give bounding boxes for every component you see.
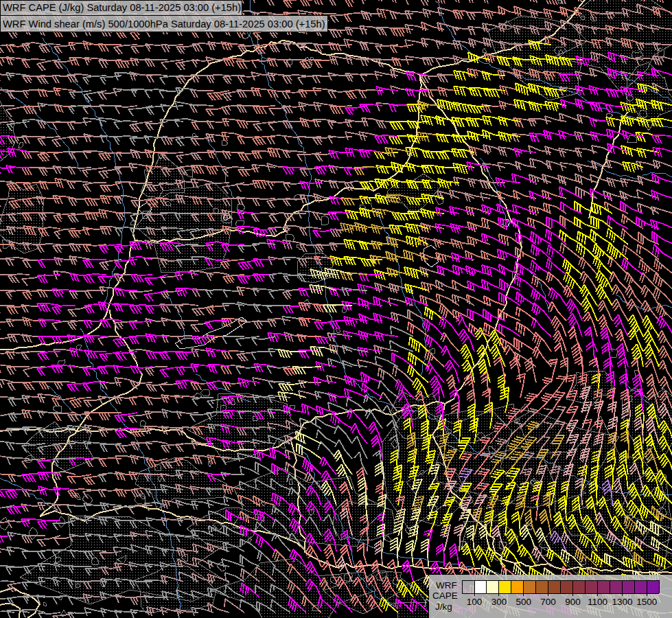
svg-text:WRF CAPE (J/kg) Saturday 08-11: WRF CAPE (J/kg) Saturday 08-11-2025 03:0… [3,2,241,13]
svg-text:1300: 1300 [612,597,632,607]
svg-text:900: 900 [565,597,581,607]
svg-text:WRF Wind shear (m/s) 500/1000h: WRF Wind shear (m/s) 500/1000hPa Saturda… [3,19,325,30]
svg-text:CAPE: CAPE [432,591,458,601]
svg-text:WRF: WRF [436,580,457,591]
svg-text:1100: 1100 [588,597,607,607]
svg-text:500: 500 [516,597,532,607]
svg-text:300: 300 [491,597,507,607]
svg-text:1500: 1500 [636,597,657,607]
svg-text:700: 700 [540,597,556,607]
svg-text:J/kg: J/kg [435,602,452,612]
svg-text:100: 100 [467,597,483,607]
